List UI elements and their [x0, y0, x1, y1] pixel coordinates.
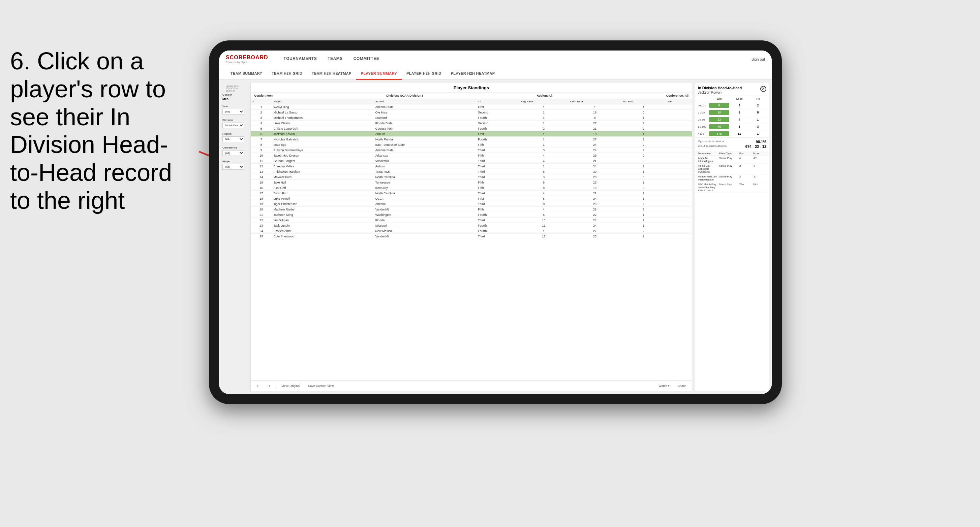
table-row[interactable]: 8 Mats Ege East Tennessee State Fifth 1 … — [251, 142, 692, 148]
conference-select[interactable]: (All) — [223, 150, 244, 156]
cell-win — [666, 185, 692, 190]
cell-school: Texas A&M — [374, 169, 477, 175]
sign-out-link[interactable]: Sign out — [751, 57, 765, 61]
tourney-pos: 4 — [740, 157, 753, 163]
table-row[interactable]: 10 Jacob Mou Dresen Arkansas Fifth 4 25 … — [251, 153, 692, 158]
tab-player-summary[interactable]: PLAYER SUMMARY — [356, 68, 402, 80]
save-custom-btn[interactable]: Save Custom View — [305, 384, 336, 388]
table-row[interactable]: 21 Taehoon Song Washington Fourth 6 22 1 — [251, 212, 692, 217]
tab-player-h2h-heatmap[interactable]: PLAYER H2H HEATMAP — [446, 68, 500, 80]
table-row[interactable]: 14 Maxwell Ford North Carolina Third 3 2… — [251, 175, 692, 180]
cell-yr: Fifth — [476, 142, 519, 148]
table-row[interactable]: 15 Jake Hall Tennessee Fifth 5 23 1 — [251, 180, 692, 185]
nav-teams[interactable]: TEAMS — [322, 51, 348, 68]
cell-rank: 14 — [251, 175, 272, 180]
cell-yr: Third — [476, 175, 519, 180]
table-row[interactable]: 5 Christo Lamprecht Georgia Tech Fourth … — [251, 126, 692, 131]
h2h-close-btn[interactable]: ✕ — [760, 86, 766, 92]
table-row[interactable]: 22 Ian Gilligan Florida Third 10 24 1 — [251, 217, 692, 223]
cell-reg: 4 — [519, 158, 568, 163]
sub-nav: TEAM SUMMARY TEAM H2H GRID TEAM H2H HEAT… — [219, 68, 772, 80]
cell-rds: 2 — [621, 148, 666, 153]
table-row[interactable]: 9 Preston Summerhays Arizona State Third… — [251, 148, 692, 153]
cell-player: Phichakun Maichon — [272, 169, 374, 175]
division-select[interactable]: NCAA Division I — [223, 122, 244, 128]
view-original-btn[interactable]: View: Original — [279, 384, 302, 388]
h2h-wlt-record: 674 - 33 - 12 — [745, 144, 766, 149]
table-row[interactable]: 18 Luke Powell UCLA First 8 24 1 — [251, 196, 692, 202]
h2h-loss-value: 6 — [729, 125, 749, 128]
h2h-tie-value: 3 — [749, 125, 766, 128]
nav-right: Sign out — [751, 57, 765, 61]
cell-rank: 10 — [251, 153, 272, 158]
cell-conf: 23 — [568, 234, 621, 239]
redo-btn[interactable]: ↪ — [265, 384, 273, 388]
cell-yr: Fourth — [476, 115, 519, 121]
cell-yr: Fifth — [476, 153, 519, 158]
cell-school: North Florida — [374, 137, 477, 142]
player-select[interactable]: (All) — [223, 164, 244, 170]
table-row[interactable]: 7 Nicholas Gabrelcik North Florida Fourt… — [251, 137, 692, 142]
cell-win — [666, 137, 692, 142]
col-yr: Yr — [476, 99, 519, 105]
cell-reg: 1 — [519, 115, 568, 121]
h2h-title: In Division Head-to-Head — [698, 86, 742, 90]
cell-reg: 12 — [519, 234, 568, 239]
nav-tournaments[interactable]: TOURNAMENTS — [278, 51, 323, 68]
cell-rds: 1 — [621, 180, 666, 185]
table-row[interactable]: 17 David Ford North Carolina Third 4 21 … — [251, 190, 692, 196]
share-btn[interactable]: Share — [675, 384, 689, 388]
standings-title: Player Standings — [251, 83, 692, 93]
table-row[interactable]: 16 Alex Goff Kentucky Fifth 8 19 0 — [251, 185, 692, 190]
cell-reg: 4 — [519, 153, 568, 158]
cell-reg: 1 — [519, 142, 568, 148]
h2h-rank-row: 51-100 46 6 3 — [695, 123, 769, 130]
undo-btn[interactable]: ↩ — [254, 384, 262, 388]
cell-yr: First — [476, 105, 519, 110]
bottom-toolbar: ↩ ↪ View: Original Save Custom View Watc… — [251, 380, 692, 391]
cell-conf: 24 — [568, 196, 621, 202]
tourney-pos: 2 — [740, 175, 753, 181]
cell-school: New Mexico — [374, 228, 477, 234]
cell-player: Bastien Amat — [272, 228, 374, 234]
cell-conf: 24 — [568, 217, 621, 223]
table-row[interactable]: 24 Bastien Amat New Mexico Fourth 1 27 2 — [251, 228, 692, 234]
table-row[interactable]: 23 Jack Lundin Missouri Fourth 11 24 1 — [251, 223, 692, 228]
table-row[interactable]: 25 Cole Sherwood Vanderbilt Third 12 23 … — [251, 234, 692, 239]
tab-player-h2h-grid[interactable]: PLAYER H2H GRID — [402, 68, 446, 80]
tourney-name: SEC Match Play hosted by Jerry Pate Roun… — [698, 183, 719, 192]
cell-reg: 1 — [519, 131, 568, 137]
cell-yr: Fourth — [476, 212, 519, 217]
cell-rank: 20 — [251, 207, 272, 212]
cell-win — [666, 202, 692, 207]
cell-reg: 1 — [519, 137, 568, 142]
year-select[interactable]: (All) — [223, 109, 244, 114]
region-select[interactable]: N/A — [223, 137, 244, 142]
tab-team-h2h-grid[interactable]: TEAM H2H GRID — [267, 68, 307, 80]
tab-team-summary[interactable]: TEAM SUMMARY — [226, 68, 267, 80]
cell-win — [666, 126, 692, 131]
cell-win — [666, 223, 692, 228]
h2h-loss-value: 11 — [729, 132, 749, 135]
h2h-tie-value: 1 — [749, 118, 766, 121]
h2h-panel: In Division Head-to-Head Jackson Koivun … — [695, 83, 769, 391]
table-row[interactable]: 2 Michael La Sasso Ole Miss Second 1 18 … — [251, 110, 692, 115]
cell-school: Florida State — [374, 121, 477, 126]
table-row[interactable]: 12 Brendan Valles Auburn Third 1 24 1 — [251, 163, 692, 169]
table-row[interactable]: 6 Jackson Koivun Auburn First 1 19 1 — [251, 131, 692, 137]
table-row[interactable]: 3 Michael Thorbjornsen Stanford Fourth 1… — [251, 115, 692, 121]
tab-team-h2h-heatmap[interactable]: TEAM H2H HEATMAP — [307, 68, 356, 80]
h2h-tie-value: 5 — [749, 111, 766, 114]
table-row[interactable]: 11 Gordon Sargent Vanderbilt Third 4 21 … — [251, 158, 692, 163]
table-row[interactable]: 19 Tiger Christensen Arizona Third 8 23 … — [251, 202, 692, 207]
table-header-row: # Player School Yr Reg Rank Conf Rank No… — [251, 99, 692, 105]
table-row[interactable]: 4 Luke Claton Florida State Second 1 27 … — [251, 121, 692, 126]
table-row[interactable]: 1 Wenyi Ding Arizona State First 1 1 1 — [251, 105, 692, 110]
cell-rank: 11 — [251, 158, 272, 163]
watch-btn[interactable]: Watch ▾ — [656, 384, 672, 388]
table-row[interactable]: 20 Matthew Riedel Vanderbilt Fifth 4 28 … — [251, 207, 692, 212]
nav-committee[interactable]: COMMITTEE — [348, 51, 385, 68]
table-row[interactable]: 13 Phichakun Maichon Texas A&M Third 6 3… — [251, 169, 692, 175]
cell-conf: 21 — [568, 190, 621, 196]
tourney-col-name: Tournament — [698, 152, 719, 155]
